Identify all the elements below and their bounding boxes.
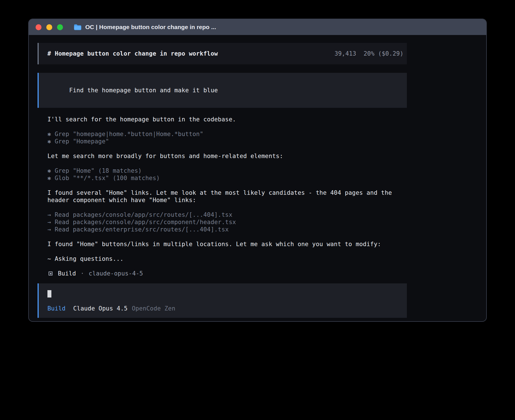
agent-icon <box>49 272 53 275</box>
shortcut-item: tab agents <box>317 321 353 322</box>
window-titlebar[interactable]: OC | Homepage button color change in rep… <box>29 19 486 35</box>
transcript-line: header component which have "Home" links… <box>47 196 407 204</box>
esc-label: interrupt <box>101 321 134 322</box>
transcript-line: Let me search more broadly for buttons a… <box>47 152 407 160</box>
transcript-line: ✱ Grep "Homepage" <box>47 138 407 145</box>
shortcut-key: ctrl+p <box>361 321 383 322</box>
transcript-line <box>47 182 407 189</box>
transcript: I'll search for the homepage button in t… <box>47 116 407 270</box>
transcript-line: → Read packages/console/app/src/routes/[… <box>47 211 407 218</box>
transcript-line <box>47 248 407 255</box>
user-message-text: Find the homepage button and make it blu… <box>69 87 218 94</box>
zoom-button[interactable] <box>57 24 63 30</box>
model-label: Claude Opus 4.5 <box>73 305 128 312</box>
prompt-input[interactable]: Build Claude Opus 4.5 OpenCode Zen <box>38 283 407 318</box>
context-usage: 20% ($0.29) <box>364 50 403 57</box>
transcript-line: ~ Asking questions... <box>47 255 407 262</box>
shortcut-label: commands <box>387 321 416 322</box>
close-button[interactable] <box>36 24 42 30</box>
provider-label: OpenCode Zen <box>132 305 175 312</box>
transcript-line <box>47 145 407 152</box>
shortcut-label: variants <box>280 321 309 322</box>
transcript-line: I found "Home" buttons/links in multiple… <box>47 240 407 248</box>
agent-name: Build <box>58 270 76 277</box>
terminal-content[interactable]: # Homepage button color change in repo w… <box>29 35 407 322</box>
transcript-line: → Read packages/console/app/src/componen… <box>47 218 407 226</box>
text-cursor <box>47 290 51 298</box>
transcript-line: ✱ Glob "**/*.tsx" (100 matches) <box>47 174 407 182</box>
minimize-button[interactable] <box>46 24 52 30</box>
shortcut-list: ctrl+t variants tab agents ctrl+p comman… <box>254 321 416 322</box>
transcript-line <box>47 204 407 211</box>
session-stats: 39,413 20% ($0.29) <box>335 50 403 57</box>
agent-status-line: Build · claude-opus-4-5 <box>47 270 407 277</box>
transcript-line <box>47 123 407 130</box>
shortcut-key: tab <box>317 321 328 322</box>
shortcut-key: ctrl+t <box>254 321 276 322</box>
esc-key: esc <box>86 321 97 322</box>
transcript-line: → Read packages/enterprise/src/routes/[.… <box>47 226 407 233</box>
traffic-lights <box>36 24 63 30</box>
status-bar: esc interrupt ctrl+t variants tab agents <box>49 321 416 322</box>
agent-model: claude-opus-4-5 <box>89 270 143 277</box>
transcript-line <box>47 160 407 167</box>
shortcut-label: agents <box>331 321 353 322</box>
folder-icon <box>74 24 82 30</box>
transcript-line: I'll search for the homepage button in t… <box>47 116 407 123</box>
transcript-line: ✱ Grep "Home" (18 matches) <box>47 167 407 174</box>
user-message: Find the homepage button and make it blu… <box>38 73 407 108</box>
transcript-line <box>47 262 407 270</box>
session-header: # Homepage button color change in repo w… <box>38 43 407 64</box>
transcript-line: I found several "Home" links. Let me loo… <box>47 189 407 196</box>
input-status-line: Build Claude Opus 4.5 OpenCode Zen <box>47 305 403 312</box>
token-count: 39,413 <box>335 50 356 57</box>
agent-mode-label: Build <box>47 305 66 312</box>
window-title: OC | Homepage button color change in rep… <box>85 24 216 30</box>
transcript-line <box>47 233 407 240</box>
transcript-line: ✱ Grep "homepage|home.*button|Home.*butt… <box>47 130 407 138</box>
shortcut-item: ctrl+p commands <box>361 321 416 322</box>
terminal-window: OC | Homepage button color change in rep… <box>28 19 487 322</box>
shortcut-item: ctrl+t variants <box>254 321 309 322</box>
esc-shortcut: esc interrupt <box>86 321 134 322</box>
agent-separator: · <box>80 270 84 277</box>
session-title: # Homepage button color change in repo w… <box>47 50 218 57</box>
